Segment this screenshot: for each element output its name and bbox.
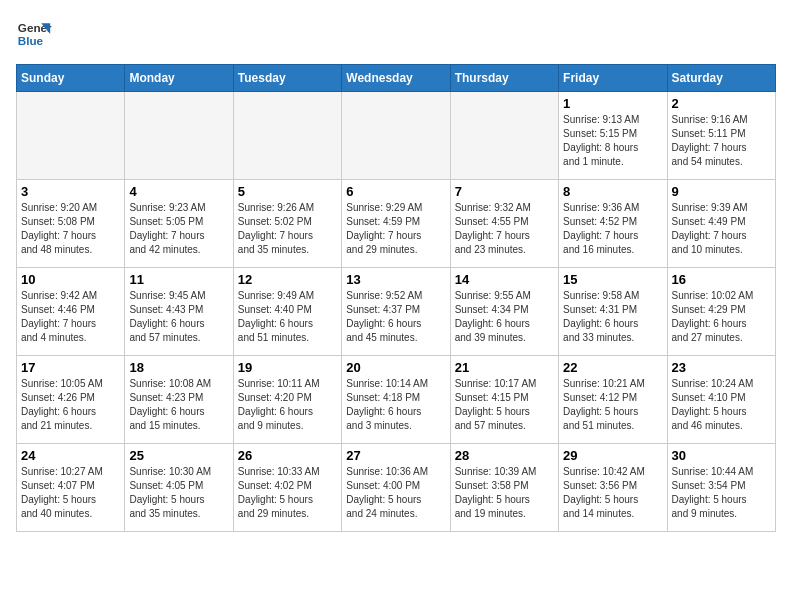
svg-text:Blue: Blue	[18, 34, 44, 47]
calendar-cell: 29Sunrise: 10:42 AM Sunset: 3:56 PM Dayl…	[559, 444, 667, 532]
day-info: Sunrise: 10:02 AM Sunset: 4:29 PM Daylig…	[672, 289, 771, 345]
calendar-cell: 7Sunrise: 9:32 AM Sunset: 4:55 PM Daylig…	[450, 180, 558, 268]
day-number: 9	[672, 184, 771, 199]
day-number: 29	[563, 448, 662, 463]
day-number: 4	[129, 184, 228, 199]
day-info: Sunrise: 10:36 AM Sunset: 4:00 PM Daylig…	[346, 465, 445, 521]
day-info: Sunrise: 10:24 AM Sunset: 4:10 PM Daylig…	[672, 377, 771, 433]
weekday-header-thursday: Thursday	[450, 65, 558, 92]
day-number: 23	[672, 360, 771, 375]
calendar-cell: 10Sunrise: 9:42 AM Sunset: 4:46 PM Dayli…	[17, 268, 125, 356]
day-info: Sunrise: 9:45 AM Sunset: 4:43 PM Dayligh…	[129, 289, 228, 345]
day-info: Sunrise: 9:42 AM Sunset: 4:46 PM Dayligh…	[21, 289, 120, 345]
day-info: Sunrise: 9:55 AM Sunset: 4:34 PM Dayligh…	[455, 289, 554, 345]
calendar-cell: 27Sunrise: 10:36 AM Sunset: 4:00 PM Dayl…	[342, 444, 450, 532]
logo: General Blue	[16, 16, 52, 52]
day-info: Sunrise: 10:33 AM Sunset: 4:02 PM Daylig…	[238, 465, 337, 521]
day-number: 25	[129, 448, 228, 463]
day-info: Sunrise: 10:27 AM Sunset: 4:07 PM Daylig…	[21, 465, 120, 521]
calendar-cell: 18Sunrise: 10:08 AM Sunset: 4:23 PM Dayl…	[125, 356, 233, 444]
calendar-cell: 15Sunrise: 9:58 AM Sunset: 4:31 PM Dayli…	[559, 268, 667, 356]
calendar-cell: 19Sunrise: 10:11 AM Sunset: 4:20 PM Dayl…	[233, 356, 341, 444]
page-header: General Blue	[16, 16, 776, 52]
calendar-cell	[125, 92, 233, 180]
logo-icon: General Blue	[16, 16, 52, 52]
day-number: 22	[563, 360, 662, 375]
calendar-cell: 23Sunrise: 10:24 AM Sunset: 4:10 PM Dayl…	[667, 356, 775, 444]
calendar-cell: 5Sunrise: 9:26 AM Sunset: 5:02 PM Daylig…	[233, 180, 341, 268]
calendar-cell: 22Sunrise: 10:21 AM Sunset: 4:12 PM Dayl…	[559, 356, 667, 444]
calendar-week-2: 10Sunrise: 9:42 AM Sunset: 4:46 PM Dayli…	[17, 268, 776, 356]
day-number: 3	[21, 184, 120, 199]
calendar-cell: 8Sunrise: 9:36 AM Sunset: 4:52 PM Daylig…	[559, 180, 667, 268]
day-number: 16	[672, 272, 771, 287]
calendar-cell: 2Sunrise: 9:16 AM Sunset: 5:11 PM Daylig…	[667, 92, 775, 180]
day-number: 2	[672, 96, 771, 111]
calendar-cell: 1Sunrise: 9:13 AM Sunset: 5:15 PM Daylig…	[559, 92, 667, 180]
calendar-cell: 20Sunrise: 10:14 AM Sunset: 4:18 PM Dayl…	[342, 356, 450, 444]
day-info: Sunrise: 9:39 AM Sunset: 4:49 PM Dayligh…	[672, 201, 771, 257]
calendar-cell: 12Sunrise: 9:49 AM Sunset: 4:40 PM Dayli…	[233, 268, 341, 356]
calendar-cell	[233, 92, 341, 180]
day-info: Sunrise: 9:26 AM Sunset: 5:02 PM Dayligh…	[238, 201, 337, 257]
day-info: Sunrise: 9:32 AM Sunset: 4:55 PM Dayligh…	[455, 201, 554, 257]
weekday-header-saturday: Saturday	[667, 65, 775, 92]
day-info: Sunrise: 10:11 AM Sunset: 4:20 PM Daylig…	[238, 377, 337, 433]
day-info: Sunrise: 9:36 AM Sunset: 4:52 PM Dayligh…	[563, 201, 662, 257]
day-number: 15	[563, 272, 662, 287]
day-number: 18	[129, 360, 228, 375]
day-info: Sunrise: 10:17 AM Sunset: 4:15 PM Daylig…	[455, 377, 554, 433]
day-number: 19	[238, 360, 337, 375]
day-info: Sunrise: 10:08 AM Sunset: 4:23 PM Daylig…	[129, 377, 228, 433]
day-number: 14	[455, 272, 554, 287]
calendar-cell: 16Sunrise: 10:02 AM Sunset: 4:29 PM Dayl…	[667, 268, 775, 356]
calendar-cell: 6Sunrise: 9:29 AM Sunset: 4:59 PM Daylig…	[342, 180, 450, 268]
day-number: 30	[672, 448, 771, 463]
day-number: 17	[21, 360, 120, 375]
day-number: 20	[346, 360, 445, 375]
day-info: Sunrise: 10:42 AM Sunset: 3:56 PM Daylig…	[563, 465, 662, 521]
calendar-header-row: SundayMondayTuesdayWednesdayThursdayFrid…	[17, 65, 776, 92]
day-info: Sunrise: 10:05 AM Sunset: 4:26 PM Daylig…	[21, 377, 120, 433]
day-number: 8	[563, 184, 662, 199]
day-number: 10	[21, 272, 120, 287]
calendar-cell: 14Sunrise: 9:55 AM Sunset: 4:34 PM Dayli…	[450, 268, 558, 356]
day-info: Sunrise: 10:30 AM Sunset: 4:05 PM Daylig…	[129, 465, 228, 521]
day-number: 24	[21, 448, 120, 463]
day-number: 28	[455, 448, 554, 463]
day-number: 7	[455, 184, 554, 199]
day-info: Sunrise: 9:23 AM Sunset: 5:05 PM Dayligh…	[129, 201, 228, 257]
day-info: Sunrise: 9:52 AM Sunset: 4:37 PM Dayligh…	[346, 289, 445, 345]
calendar-cell: 11Sunrise: 9:45 AM Sunset: 4:43 PM Dayli…	[125, 268, 233, 356]
day-info: Sunrise: 10:39 AM Sunset: 3:58 PM Daylig…	[455, 465, 554, 521]
weekday-header-tuesday: Tuesday	[233, 65, 341, 92]
calendar-cell: 9Sunrise: 9:39 AM Sunset: 4:49 PM Daylig…	[667, 180, 775, 268]
calendar-cell	[450, 92, 558, 180]
calendar-cell: 13Sunrise: 9:52 AM Sunset: 4:37 PM Dayli…	[342, 268, 450, 356]
calendar-cell	[17, 92, 125, 180]
day-number: 11	[129, 272, 228, 287]
weekday-header-friday: Friday	[559, 65, 667, 92]
calendar-cell: 24Sunrise: 10:27 AM Sunset: 4:07 PM Dayl…	[17, 444, 125, 532]
calendar-cell: 4Sunrise: 9:23 AM Sunset: 5:05 PM Daylig…	[125, 180, 233, 268]
day-number: 6	[346, 184, 445, 199]
calendar-week-4: 24Sunrise: 10:27 AM Sunset: 4:07 PM Dayl…	[17, 444, 776, 532]
calendar-cell	[342, 92, 450, 180]
day-info: Sunrise: 9:13 AM Sunset: 5:15 PM Dayligh…	[563, 113, 662, 169]
day-info: Sunrise: 9:58 AM Sunset: 4:31 PM Dayligh…	[563, 289, 662, 345]
calendar-cell: 25Sunrise: 10:30 AM Sunset: 4:05 PM Dayl…	[125, 444, 233, 532]
calendar-cell: 17Sunrise: 10:05 AM Sunset: 4:26 PM Dayl…	[17, 356, 125, 444]
day-info: Sunrise: 10:44 AM Sunset: 3:54 PM Daylig…	[672, 465, 771, 521]
day-info: Sunrise: 9:49 AM Sunset: 4:40 PM Dayligh…	[238, 289, 337, 345]
day-number: 27	[346, 448, 445, 463]
day-number: 13	[346, 272, 445, 287]
day-number: 21	[455, 360, 554, 375]
day-info: Sunrise: 9:20 AM Sunset: 5:08 PM Dayligh…	[21, 201, 120, 257]
day-number: 5	[238, 184, 337, 199]
calendar-table: SundayMondayTuesdayWednesdayThursdayFrid…	[16, 64, 776, 532]
day-number: 1	[563, 96, 662, 111]
day-number: 12	[238, 272, 337, 287]
calendar-week-0: 1Sunrise: 9:13 AM Sunset: 5:15 PM Daylig…	[17, 92, 776, 180]
day-info: Sunrise: 9:16 AM Sunset: 5:11 PM Dayligh…	[672, 113, 771, 169]
weekday-header-wednesday: Wednesday	[342, 65, 450, 92]
